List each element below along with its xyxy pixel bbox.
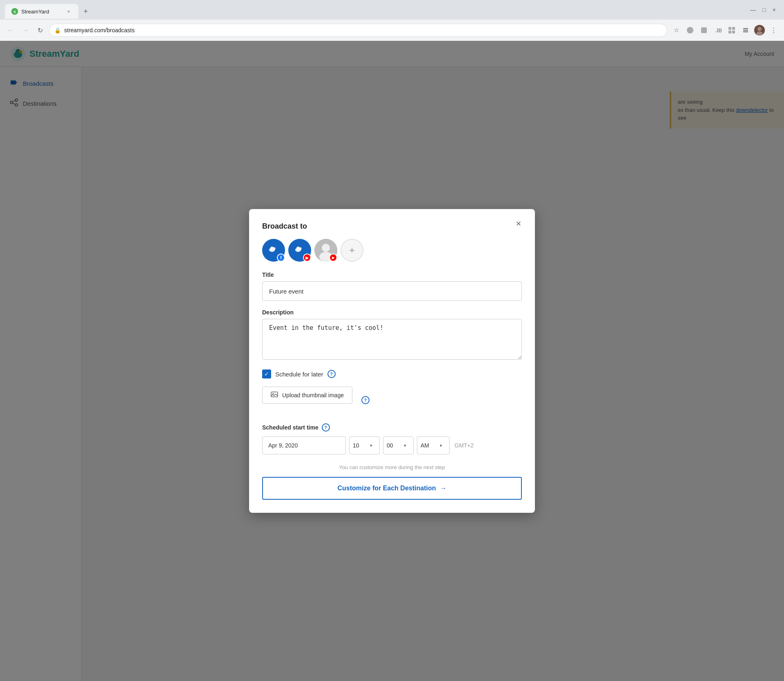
ext-icon-5[interactable] [740, 24, 751, 36]
destination-facebook[interactable]: f [262, 239, 285, 262]
upload-row: Upload thumbnail image ? [262, 387, 522, 414]
customize-destinations-button[interactable]: Customize for Each Destination → [262, 477, 522, 500]
tab-title: StreamYard [21, 9, 62, 15]
schedule-help-icon[interactable]: ? [327, 370, 336, 378]
dialog-close-button[interactable]: × [512, 217, 525, 230]
svg-point-36 [322, 244, 330, 252]
svg-point-34 [299, 247, 302, 250]
minute-chevron-icon: ▾ [404, 443, 406, 448]
tab-bar: S StreamYard × + — □ × [0, 0, 784, 20]
upload-help-icon[interactable]: ? [361, 396, 370, 404]
checkmark-icon: ✓ [264, 371, 269, 377]
cta-label: Customize for Each Destination [338, 485, 436, 492]
browser-chrome: S StreamYard × + — □ × ← → ↻ 🔒 streamyar… [0, 0, 784, 41]
user-youtube-badge: ▶ [329, 254, 337, 262]
close-window-button[interactable]: × [773, 7, 776, 13]
svg-rect-3 [701, 27, 707, 33]
dialog-title: Broadcast to [262, 222, 522, 231]
minute-dropdown[interactable]: 00 15 30 45 [387, 442, 401, 449]
maximize-button[interactable]: □ [762, 7, 766, 13]
modal-overlay: × Broadcast to f [0, 41, 784, 681]
svg-text:JB: JB [716, 27, 722, 33]
image-icon [271, 391, 278, 399]
ext-icon-3[interactable]: JB [712, 24, 724, 36]
profile-avatar [754, 25, 765, 36]
reload-button[interactable]: ↻ [34, 24, 46, 36]
address-text: streamyard.com/broadcasts [64, 27, 662, 33]
window-controls: — □ × [750, 7, 779, 16]
title-input[interactable] [262, 281, 522, 301]
description-textarea[interactable]: Event in the future, it's cool! [262, 319, 522, 360]
schedule-checkbox[interactable]: ✓ [262, 369, 271, 378]
schedule-label: Schedule for later [275, 371, 323, 378]
facebook-badge: f [277, 254, 285, 262]
profile-button[interactable] [754, 24, 765, 36]
tab-favicon: S [11, 8, 18, 15]
ext-icon-2[interactable] [698, 24, 710, 36]
new-tab-button[interactable]: + [80, 6, 91, 17]
customize-note: You can customize more during the next s… [262, 464, 522, 470]
menu-button[interactable]: ⋮ [768, 24, 779, 36]
svg-rect-38 [271, 392, 278, 397]
destinations-row: f ▶ ▶ [262, 239, 522, 262]
hour-select[interactable]: 10 11 12 ▾ [349, 436, 380, 454]
upload-thumbnail-button[interactable]: Upload thumbnail image [262, 387, 352, 404]
svg-text:S: S [13, 10, 16, 14]
timezone-label: GMT+2 [454, 442, 474, 449]
minimize-button[interactable]: — [750, 7, 756, 13]
schedule-later-row: ✓ Schedule for later ? [262, 369, 522, 378]
title-label: Title [262, 272, 522, 278]
ampm-dropdown[interactable]: AM PM [421, 442, 437, 449]
minute-select[interactable]: 00 15 30 45 ▾ [383, 436, 414, 454]
scheduled-time-help-icon[interactable]: ? [322, 423, 330, 432]
add-icon: + [349, 245, 355, 256]
forward-button[interactable]: → [20, 24, 31, 36]
lock-icon: 🔒 [54, 27, 61, 33]
bookmark-icon[interactable]: ☆ [670, 24, 682, 36]
ampm-chevron-icon: ▾ [440, 443, 442, 448]
address-bar-row: ← → ↻ 🔒 streamyard.com/broadcasts ☆ JB [0, 20, 784, 41]
cta-arrow-icon: → [440, 485, 446, 492]
svg-rect-5 [728, 27, 731, 30]
active-tab[interactable]: S StreamYard × [5, 4, 78, 19]
upload-label: Upload thumbnail image [282, 392, 344, 398]
svg-point-2 [687, 27, 693, 33]
youtube-badge: ▶ [303, 254, 311, 262]
destination-youtube[interactable]: ▶ [288, 239, 311, 262]
svg-rect-6 [732, 27, 735, 30]
svg-rect-8 [732, 31, 735, 33]
toolbar-icons: ☆ JB ⋮ [670, 24, 779, 36]
ext-icon-1[interactable] [684, 24, 696, 36]
time-row: 10 11 12 ▾ 00 15 30 45 ▾ AM [262, 436, 522, 454]
date-input[interactable] [262, 436, 346, 454]
description-label: Description [262, 309, 522, 316]
back-button[interactable]: ← [5, 24, 16, 36]
svg-point-30 [273, 247, 276, 250]
svg-point-13 [757, 27, 762, 31]
broadcast-dialog: × Broadcast to f [249, 209, 535, 513]
hour-dropdown[interactable]: 10 11 12 [353, 442, 368, 449]
scheduled-time-label: Scheduled start time [262, 424, 318, 431]
tab-close-button[interactable]: × [65, 8, 72, 15]
address-bar[interactable]: 🔒 streamyard.com/broadcasts [49, 24, 667, 37]
add-destination-button[interactable]: + [341, 239, 363, 262]
scheduled-time-section: Scheduled start time ? [262, 423, 522, 432]
svg-rect-7 [728, 31, 731, 33]
ext-icon-4[interactable] [726, 24, 737, 36]
hour-chevron-icon: ▾ [370, 443, 372, 448]
destination-user[interactable]: ▶ [314, 239, 337, 262]
ampm-select[interactable]: AM PM ▾ [417, 436, 450, 454]
